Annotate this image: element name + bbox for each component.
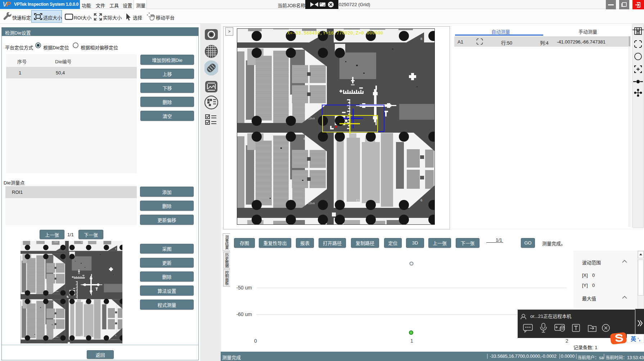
svg-text:X=-33.568490,Y=16.770020,Z=0.0: X=-33.568490,Y=16.770020,Z=0.000000 xyxy=(287,31,383,36)
svg-text:or...21正在远程本机: or...21正在远程本机 xyxy=(530,314,571,319)
